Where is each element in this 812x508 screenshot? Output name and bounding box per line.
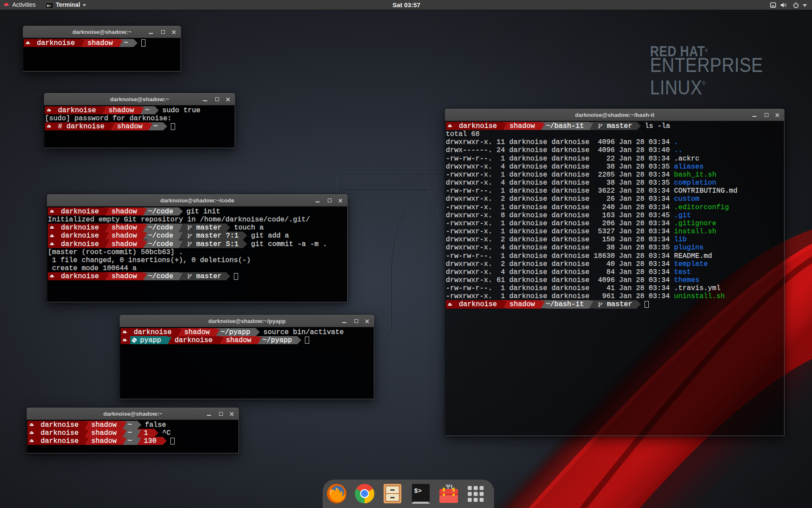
svg-text:$>: $> [414,488,422,495]
svg-text:$>: $> [47,4,51,8]
